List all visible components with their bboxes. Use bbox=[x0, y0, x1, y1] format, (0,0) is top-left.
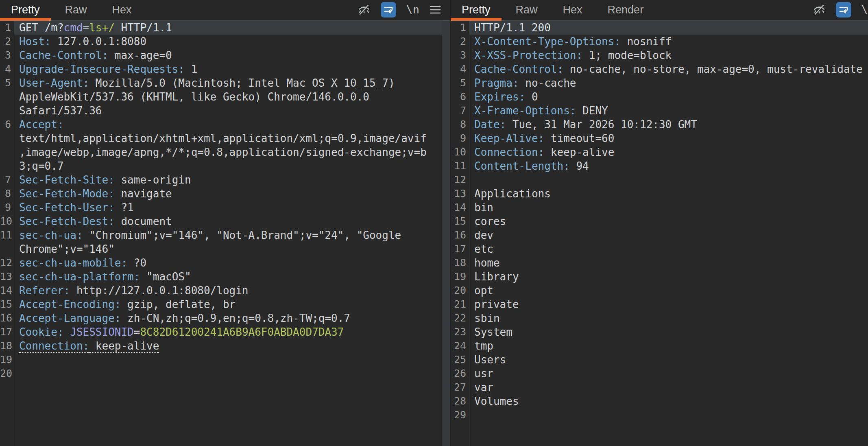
line-number: 13 bbox=[0, 270, 14, 284]
line-number: 1 bbox=[451, 21, 469, 35]
line-content: X-XSS-Protection: 1; mode=block bbox=[469, 48, 868, 62]
editor-row: 13Applications bbox=[451, 187, 868, 201]
line-number: 10 bbox=[0, 214, 14, 228]
editor-row: 17etc bbox=[451, 242, 868, 256]
line-content: sec-ch-ua-mobile: ?0 bbox=[14, 256, 442, 270]
editor-row: 9Sec-Fetch-User: ?1 bbox=[0, 201, 450, 214]
request-scrollbar[interactable] bbox=[442, 21, 450, 446]
line-number: 4 bbox=[451, 62, 469, 76]
tab-raw[interactable]: Raw bbox=[505, 0, 549, 20]
line-content: Accept-Encoding: gzip, deflate, br bbox=[14, 297, 442, 311]
line-number: 9 bbox=[0, 201, 14, 214]
line-content: 3;q=0.7 bbox=[14, 159, 442, 173]
editor-row: 4Cache-Control: no-cache, no-store, max-… bbox=[451, 62, 868, 76]
editor-row: 6Expires: 0 bbox=[451, 90, 868, 104]
line-number: 23 bbox=[451, 325, 469, 339]
line-number bbox=[0, 131, 14, 145]
editor-row: 8Date: Tue, 31 Mar 2026 10:12:30 GMT bbox=[451, 118, 868, 131]
tab-raw[interactable]: Raw bbox=[54, 0, 98, 20]
message-editor: PrettyRawHex \ bbox=[0, 0, 868, 446]
request-rows: 1GET /m?cmd=ls+/ HTTP/1.12Host: 127.0.0.… bbox=[0, 21, 450, 446]
line-content: private bbox=[469, 297, 868, 311]
line-number: 20 bbox=[451, 284, 469, 297]
editor-row: 23System bbox=[451, 325, 868, 339]
tab-hex[interactable]: Hex bbox=[101, 0, 143, 20]
line-number: 16 bbox=[0, 311, 14, 325]
line-content: usr bbox=[469, 367, 868, 380]
line-number: 5 bbox=[451, 76, 469, 90]
line-number: 27 bbox=[451, 380, 469, 394]
editor-row: 17Cookie: JSESSIONID=8C82D61200241A6B9A6… bbox=[0, 325, 450, 339]
editor-row: 8Sec-Fetch-Mode: navigate bbox=[0, 187, 450, 201]
editor-row: 1HTTP/1.1 200 bbox=[451, 21, 868, 35]
line-content: tmp bbox=[469, 339, 868, 353]
line-number bbox=[0, 242, 14, 256]
line-content: Pragma: no-cache bbox=[469, 76, 868, 90]
response-panel: PrettyRawHexRender bbox=[450, 0, 868, 446]
editor-row: 18home bbox=[451, 256, 868, 270]
editor-row: 12 bbox=[451, 173, 868, 187]
line-number: 25 bbox=[451, 353, 469, 367]
line-number: 9 bbox=[451, 131, 469, 145]
line-number: 3 bbox=[0, 48, 14, 62]
line-number: 13 bbox=[451, 187, 469, 201]
editor-row: 27var bbox=[451, 380, 868, 394]
editor-row: 5User-Agent: Mozilla/5.0 (Macintosh; Int… bbox=[0, 76, 450, 90]
editor-row: 19 bbox=[0, 353, 450, 367]
line-content: sec-ch-ua-platform: "macOS" bbox=[14, 270, 442, 284]
line-content: sbin bbox=[469, 311, 868, 325]
newline-icon[interactable]: \n bbox=[861, 3, 868, 16]
editor-row: 21private bbox=[451, 297, 868, 311]
line-number: 11 bbox=[0, 228, 14, 242]
editor-row: Safari/537.36 bbox=[0, 104, 450, 118]
line-content: Sec-Fetch-Site: same-origin bbox=[14, 173, 442, 187]
editor-row: 5Pragma: no-cache bbox=[451, 76, 868, 90]
word-wrap-icon[interactable] bbox=[381, 2, 396, 17]
line-number: 10 bbox=[451, 145, 469, 159]
menu-hamburger-icon[interactable] bbox=[429, 4, 441, 15]
line-number: 21 bbox=[451, 297, 469, 311]
editor-row: 2X-Content-Type-Options: nosniff bbox=[451, 35, 868, 48]
line-content: Host: 127.0.0.1:8080 bbox=[14, 35, 442, 48]
tab-pretty[interactable]: Pretty bbox=[0, 0, 51, 20]
line-content: AppleWebKit/537.36 (KHTML, like Gecko) C… bbox=[14, 90, 442, 104]
tab-hex[interactable]: Hex bbox=[552, 0, 593, 20]
line-number: 24 bbox=[451, 339, 469, 353]
line-number bbox=[0, 145, 14, 159]
line-content: Volumes bbox=[469, 394, 868, 408]
line-content: Accept: bbox=[14, 118, 442, 131]
line-content: sec-ch-ua: "Chromium";v="146", "Not-A.Br… bbox=[14, 228, 442, 242]
editor-row: text/html,application/xhtml+xml,applicat… bbox=[0, 131, 450, 145]
line-number: 4 bbox=[0, 62, 14, 76]
editor-row: 7Sec-Fetch-Site: same-origin bbox=[0, 173, 450, 187]
editor-row: 10Connection: keep-alive bbox=[451, 145, 868, 159]
response-tabs: PrettyRawHexRender bbox=[451, 0, 658, 20]
line-content: Sec-Fetch-Mode: navigate bbox=[14, 187, 442, 201]
response-rows: 1HTTP/1.1 2002X-Content-Type-Options: no… bbox=[451, 21, 868, 446]
tab-pretty[interactable]: Pretty bbox=[451, 0, 502, 20]
request-editor[interactable]: 1GET /m?cmd=ls+/ HTTP/1.12Host: 127.0.0.… bbox=[0, 21, 450, 446]
line-content: Connection: keep-alive bbox=[14, 339, 442, 353]
response-editor[interactable]: 1HTTP/1.1 2002X-Content-Type-Options: no… bbox=[451, 21, 868, 446]
line-content: Accept-Language: zh-CN,zh;q=0.9,en;q=0.8… bbox=[14, 311, 442, 325]
line-content: ,image/webp,image/apng,*/*;q=0.8,applica… bbox=[14, 145, 442, 159]
line-content: X-Frame-Options: DENY bbox=[469, 104, 868, 118]
hide-nonprintables-eye-slash-icon[interactable] bbox=[357, 3, 371, 17]
hide-nonprintables-eye-slash-icon[interactable] bbox=[812, 3, 826, 17]
line-content: dev bbox=[469, 228, 868, 242]
line-content: User-Agent: Mozilla/5.0 (Macintosh; Inte… bbox=[14, 76, 442, 90]
editor-row: 15Accept-Encoding: gzip, deflate, br bbox=[0, 297, 450, 311]
line-number: 12 bbox=[451, 173, 469, 187]
line-content: home bbox=[469, 256, 868, 270]
editor-row: 11Content-Length: 94 bbox=[451, 159, 868, 173]
line-content: Cookie: JSESSIONID=8C82D61200241A6B9A6F0… bbox=[14, 325, 442, 339]
word-wrap-icon[interactable] bbox=[836, 2, 851, 17]
line-content: Safari/537.36 bbox=[14, 104, 442, 118]
line-number: 15 bbox=[0, 297, 14, 311]
line-content: Expires: 0 bbox=[469, 90, 868, 104]
newline-icon[interactable]: \n bbox=[406, 3, 419, 16]
editor-row: 20opt bbox=[451, 284, 868, 297]
editor-row: 24tmp bbox=[451, 339, 868, 353]
tab-render[interactable]: Render bbox=[597, 0, 655, 20]
editor-row: 25Users bbox=[451, 353, 868, 367]
